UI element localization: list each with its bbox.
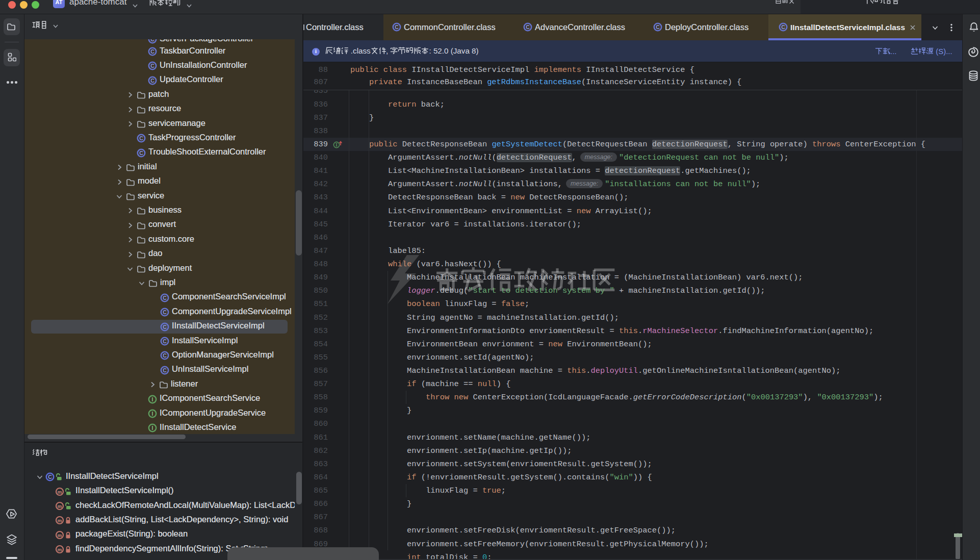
svg-text:C: C xyxy=(163,338,167,344)
svg-text:C: C xyxy=(150,78,154,84)
svg-text:C: C xyxy=(150,39,154,42)
svg-text:C: C xyxy=(526,24,530,30)
svg-text:m: m xyxy=(58,547,62,552)
svg-text:C: C xyxy=(150,63,154,69)
svg-text:C: C xyxy=(163,295,167,301)
svg-text:C: C xyxy=(48,474,52,480)
svg-text:C: C xyxy=(163,309,167,315)
svg-text:C: C xyxy=(139,150,143,156)
svg-text:C: C xyxy=(163,367,167,373)
svg-text:C: C xyxy=(163,352,167,359)
svg-text:C: C xyxy=(139,135,143,141)
svg-text:m: m xyxy=(58,518,62,523)
svg-text:C: C xyxy=(781,24,785,30)
svg-text:I: I xyxy=(152,396,153,402)
svg-text:m: m xyxy=(58,489,62,494)
svg-text:C: C xyxy=(656,24,660,30)
svg-text:I: I xyxy=(152,411,153,417)
svg-text:m: m xyxy=(58,503,62,509)
svg-text:C: C xyxy=(150,48,154,55)
svg-text:C: C xyxy=(395,24,399,30)
svg-text:C: C xyxy=(163,323,167,329)
svg-text:m: m xyxy=(58,532,62,538)
svg-text:I: I xyxy=(152,425,153,431)
